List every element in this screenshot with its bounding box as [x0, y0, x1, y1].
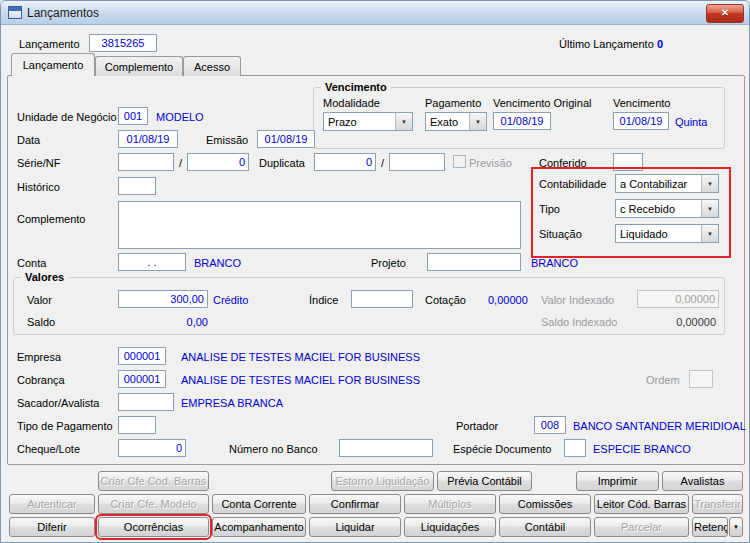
conta-corrente-button[interactable]: Conta Corrente	[212, 494, 306, 514]
acompanhamento-button[interactable]: Acompanhamento	[212, 517, 306, 537]
liquidar-button[interactable]: Liquidar	[309, 517, 401, 537]
projeto-desc: BRANCO	[531, 257, 578, 269]
indice-input[interactable]	[351, 290, 413, 308]
conferido-input[interactable]	[613, 153, 643, 171]
vencimento-input[interactable]	[613, 112, 669, 130]
close-icon: ✕	[721, 7, 729, 18]
situacao-select[interactable]: Liquidado ▼	[615, 224, 719, 243]
comissoes-button[interactable]: Comissões	[499, 494, 591, 514]
duplicata-input-2[interactable]	[389, 153, 445, 171]
tab-lancamento[interactable]: Lançamento	[11, 53, 95, 76]
pagamento-select[interactable]: Exato ▼	[425, 112, 487, 131]
retencao-dropdown-button[interactable]: ▼	[729, 517, 743, 537]
title-bar[interactable]: Lançamentos ✕	[1, 1, 749, 25]
cheque-lote-input[interactable]	[118, 439, 186, 457]
especie-documento-input[interactable]	[564, 439, 586, 457]
conta-input[interactable]	[118, 253, 186, 271]
valores-group-title: Valores	[21, 271, 68, 283]
imprimir-button[interactable]: Imprimir	[576, 471, 659, 491]
conta-desc: BRANCO	[194, 257, 241, 269]
tipo-pagamento-input[interactable]	[118, 416, 156, 434]
tipo-label: Tipo	[539, 203, 560, 215]
liquidacoes-button[interactable]: Liquidações	[404, 517, 496, 537]
modalidade-select[interactable]: Prazo ▼	[323, 112, 413, 131]
lancamento-number-input[interactable]	[89, 34, 157, 52]
complemento-label: Complemento	[17, 213, 85, 225]
emissao-label: Emissão	[206, 134, 248, 146]
chevron-down-icon: ▼	[701, 200, 718, 217]
sacador-avalista-desc: EMPRESA BRANCA	[181, 397, 283, 409]
situacao-value: Liquidado	[616, 228, 701, 240]
lancamentos-window: Lançamentos ✕ Lançamento Último Lançamen…	[0, 0, 750, 543]
chevron-down-icon: ▼	[733, 524, 739, 530]
saldo-indexado-value: 0,00000	[637, 316, 716, 328]
modalidade-label: Modalidade	[323, 97, 380, 109]
cobranca-label: Cobrança	[17, 374, 65, 386]
historico-label: Histórico	[17, 181, 60, 193]
duplicata-separator: /	[381, 157, 384, 169]
vencimento-original-input[interactable]	[493, 112, 551, 130]
contabil-button[interactable]: Contábil	[499, 517, 591, 537]
portador-label: Portador	[456, 420, 498, 432]
duplicata-label: Duplicata	[259, 157, 305, 169]
serie-nf-input-1[interactable]	[118, 153, 174, 171]
cobranca-desc: ANALISE DE TESTES MACIEL FOR BUSINESS	[181, 374, 420, 386]
data-label: Data	[17, 134, 40, 146]
valor-indexado-label: Valor Indexado	[541, 294, 614, 306]
data-input[interactable]	[118, 130, 178, 148]
saldo-label: Saldo	[27, 316, 55, 328]
unidade-negocio-input[interactable]	[118, 107, 148, 125]
indice-label: Índice	[309, 294, 338, 306]
cheque-lote-label: Cheque/Lote	[17, 443, 80, 455]
previa-contabil-button[interactable]: Prévia Contábil	[437, 471, 532, 491]
cobranca-input[interactable]	[118, 370, 166, 388]
tab-complemento[interactable]: Complemento	[95, 56, 183, 76]
window-title: Lançamentos	[27, 6, 99, 20]
avalistas-button[interactable]: Avalistas	[662, 471, 743, 491]
modalidade-value: Prazo	[324, 116, 395, 128]
portador-desc: BANCO SANTANDER MERIDIOAL	[573, 420, 746, 432]
chevron-down-icon: ▼	[701, 175, 718, 192]
valor-indexado-input	[637, 290, 719, 308]
historico-input[interactable]	[118, 177, 156, 195]
portador-input[interactable]	[534, 416, 566, 434]
leitor-cod-barras-button[interactable]: Leitor Cód. Barras	[594, 494, 689, 514]
serie-nf-label: Série/NF	[17, 157, 60, 169]
projeto-input[interactable]	[427, 253, 521, 271]
tab-acesso[interactable]: Acesso	[183, 56, 241, 76]
duplicata-input-1[interactable]	[314, 153, 376, 171]
confirmar-button[interactable]: Confirmar	[309, 494, 401, 514]
parcelar-button: Parcelar	[594, 517, 689, 537]
cotacao-value: 0,00000	[488, 294, 528, 306]
ordem-label: Ordem	[646, 374, 680, 386]
numero-banco-label: Número no Banco	[229, 443, 318, 455]
contabilidade-value: a Contabilizar	[616, 178, 701, 190]
complemento-textarea[interactable]	[118, 201, 521, 249]
empresa-label: Empresa	[17, 351, 61, 363]
numero-banco-input[interactable]	[339, 439, 433, 457]
retencao-button[interactable]: Retenção	[692, 517, 728, 537]
ultimo-lancamento-label: Último Lançamento	[559, 38, 654, 50]
contabilidade-select[interactable]: a Contabilizar ▼	[615, 174, 719, 193]
diferir-button[interactable]: Diferir	[9, 517, 95, 537]
serie-nf-input-2[interactable]	[187, 153, 249, 171]
app-icon	[8, 6, 22, 19]
criar-cfe-cod-barras-button: Criar Cfe Cod. Barras	[98, 471, 209, 491]
valor-input[interactable]	[118, 290, 208, 308]
tipo-select[interactable]: c Recebido ▼	[615, 199, 719, 218]
vencimento-original-label: Vencimento Original	[493, 97, 591, 109]
contabilidade-label: Contabilidade	[539, 178, 606, 190]
ocorrencias-button[interactable]: Ocorrências	[98, 517, 209, 537]
especie-documento-label: Espécie Documento	[453, 443, 551, 455]
emissao-input[interactable]	[257, 130, 315, 148]
ultimo-lancamento-value: 0	[657, 38, 663, 50]
close-button[interactable]: ✕	[706, 4, 744, 23]
estorno-liquidacao-button: Estorno Liquidação	[331, 471, 434, 491]
sacador-avalista-label: Sacador/Avalista	[17, 397, 99, 409]
empresa-input[interactable]	[118, 347, 166, 365]
empresa-desc: ANALISE DE TESTES MACIEL FOR BUSINESS	[181, 351, 420, 363]
ordem-input	[689, 370, 713, 388]
projeto-label: Projeto	[371, 257, 406, 269]
saldo-indexado-label: Saldo Indexado	[541, 316, 617, 328]
sacador-avalista-input[interactable]	[118, 393, 174, 411]
